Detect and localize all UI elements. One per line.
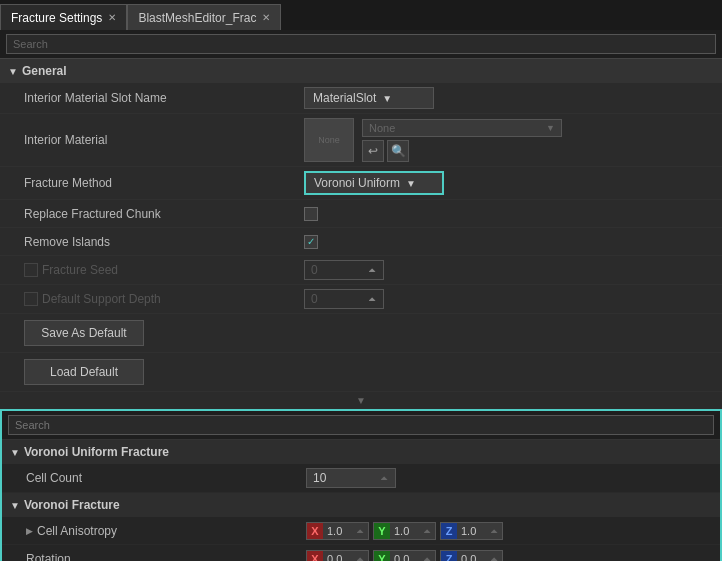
rotation-label: Rotation	[26, 552, 306, 562]
fracture-seed-row: Fracture Seed 0 ⏶	[0, 256, 722, 285]
interior-material-label: Interior Material	[24, 133, 304, 147]
tab-bar: Fracture Settings ✕ BlastMeshEditor_Frac…	[0, 0, 722, 30]
fracture-method-value: Voronoi Uniform ▼	[304, 171, 714, 195]
scroll-down-icon: ▼	[356, 395, 366, 406]
cell-anisotropy-x-arrow: ⏶	[353, 524, 368, 538]
cell-anisotropy-label: ▶ Cell Anisotropy	[26, 524, 306, 538]
voronoi-uniform-collapse-icon[interactable]: ▼	[10, 447, 20, 458]
remove-islands-label: Remove Islands	[24, 235, 304, 249]
material-none-dropdown[interactable]: None ▼	[362, 119, 562, 137]
rotation-y-field[interactable]: Y 0.0 ⏶	[373, 550, 436, 562]
fracture-seed-arrow: ⏶	[368, 265, 377, 275]
voronoi-uniform-section-label: Voronoi Uniform Fracture	[24, 445, 169, 459]
bottom-search-input[interactable]	[8, 415, 714, 435]
tab-blast-mesh-editor[interactable]: BlastMeshEditor_Frac ✕	[127, 4, 281, 30]
tab-blast-mesh-editor-label: BlastMeshEditor_Frac	[138, 11, 256, 25]
fracture-seed-value: 0 ⏶	[304, 260, 714, 280]
cell-count-arrow: ⏶	[380, 473, 389, 483]
search-input[interactable]	[6, 34, 716, 54]
cell-count-input[interactable]: 10 ⏶	[306, 468, 396, 488]
rotation-x-field[interactable]: X 0.0 ⏶	[306, 550, 369, 562]
cell-anisotropy-y-arrow: ⏶	[420, 524, 435, 538]
cell-anisotropy-x-value: 1.0	[323, 523, 353, 539]
default-support-depth-arrow: ⏶	[368, 294, 377, 304]
replace-fractured-chunk-checkbox[interactable]	[304, 207, 318, 221]
cell-anisotropy-y-value: 1.0	[390, 523, 420, 539]
default-support-depth-checkbox-label: Default Support Depth	[24, 292, 304, 306]
voronoi-fracture-section-label: Voronoi Fracture	[24, 498, 120, 512]
general-section-label: General	[22, 64, 67, 78]
cell-anisotropy-x-prefix: X	[307, 523, 323, 539]
load-default-button[interactable]: Load Default	[24, 359, 144, 385]
save-as-default-button[interactable]: Save As Default	[24, 320, 144, 346]
rotation-z-prefix: Z	[441, 551, 457, 562]
cell-anisotropy-xyz-fields: X 1.0 ⏶ Y 1.0 ⏶ Z 1.0 ⏶	[306, 522, 503, 540]
voronoi-uniform-section-header: ▼ Voronoi Uniform Fracture	[2, 440, 720, 464]
rotation-x-prefix: X	[307, 551, 323, 562]
save-as-default-row: Save As Default	[0, 314, 722, 353]
default-support-depth-input[interactable]: 0 ⏶	[304, 289, 384, 309]
tab-fracture-settings[interactable]: Fracture Settings ✕	[0, 4, 127, 30]
load-default-row: Load Default	[0, 353, 722, 392]
voronoi-fracture-collapse-icon[interactable]: ▼	[10, 500, 20, 511]
fracture-seed-row-label: Fracture Seed	[24, 263, 304, 277]
fracture-method-label: Fracture Method	[24, 176, 304, 190]
cell-anisotropy-z-field[interactable]: Z 1.0 ⏶	[440, 522, 503, 540]
remove-islands-checkbox[interactable]	[304, 235, 318, 249]
top-search-bar	[0, 30, 722, 59]
cell-anisotropy-z-arrow: ⏶	[487, 524, 502, 538]
rotation-x-value: 0.0	[323, 551, 353, 562]
bottom-panel: ▼ Voronoi Uniform Fracture Cell Count 10…	[0, 409, 722, 561]
general-collapse-icon[interactable]: ▼	[8, 66, 18, 77]
fracture-seed-enable-checkbox[interactable]	[24, 263, 38, 277]
default-support-depth-row: Default Support Depth 0 ⏶	[0, 285, 722, 314]
fracture-seed-input[interactable]: 0 ⏶	[304, 260, 384, 280]
voronoi-fracture-section-header: ▼ Voronoi Fracture	[2, 493, 720, 517]
fracture-method-dropdown-arrow: ▼	[406, 178, 416, 189]
fracture-seed-checkbox-label: Fracture Seed	[24, 263, 304, 277]
tab-blast-mesh-editor-close[interactable]: ✕	[262, 12, 270, 23]
cell-anisotropy-expand-icon[interactable]: ▶	[26, 526, 33, 536]
bottom-search-bar	[2, 411, 720, 440]
interior-material-row: Interior Material None None ▼ ↩ 🔍	[0, 114, 722, 167]
default-support-depth-row-label: Default Support Depth	[24, 292, 304, 306]
rotation-y-prefix: Y	[374, 551, 390, 562]
none-dropdown-arrow: ▼	[546, 123, 555, 133]
interior-material-slot-row: Interior Material Slot Name MaterialSlot…	[0, 83, 722, 114]
cell-anisotropy-z-prefix: Z	[441, 523, 457, 539]
rotation-y-value: 0.0	[390, 551, 420, 562]
rotation-row: Rotation X 0.0 ⏶ Y 0.0 ⏶ Z 0.0 ⏶	[2, 545, 720, 561]
fracture-method-row: Fracture Method Voronoi Uniform ▼	[0, 167, 722, 200]
tab-fracture-settings-label: Fracture Settings	[11, 11, 102, 25]
cell-count-row: Cell Count 10 ⏶	[2, 464, 720, 493]
replace-fractured-chunk-label: Replace Fractured Chunk	[24, 207, 304, 221]
interior-material-slot-label: Interior Material Slot Name	[24, 91, 304, 105]
rotation-z-value: 0.0	[457, 551, 487, 562]
material-slot-dropdown[interactable]: MaterialSlot ▼	[304, 87, 434, 109]
rotation-x-arrow: ⏶	[353, 552, 368, 562]
material-reset-button[interactable]: ↩	[362, 140, 384, 162]
default-support-depth-enable-checkbox[interactable]	[24, 292, 38, 306]
interior-material-slot-value: MaterialSlot ▼	[304, 87, 714, 109]
material-preview-thumbnail: None	[304, 118, 354, 162]
scroll-indicator: ▼	[0, 392, 722, 409]
fracture-method-dropdown[interactable]: Voronoi Uniform ▼	[304, 171, 444, 195]
general-section-header: ▼ General	[0, 59, 722, 83]
cell-anisotropy-x-field[interactable]: X 1.0 ⏶	[306, 522, 369, 540]
default-support-depth-value: 0 ⏶	[304, 289, 714, 309]
cell-count-label: Cell Count	[26, 471, 306, 485]
rotation-y-arrow: ⏶	[420, 552, 435, 562]
material-slot-dropdown-arrow: ▼	[382, 93, 392, 104]
replace-fractured-chunk-row: Replace Fractured Chunk	[0, 200, 722, 228]
cell-anisotropy-z-value: 1.0	[457, 523, 487, 539]
rotation-z-arrow: ⏶	[487, 552, 502, 562]
cell-anisotropy-y-prefix: Y	[374, 523, 390, 539]
cell-anisotropy-y-field[interactable]: Y 1.0 ⏶	[373, 522, 436, 540]
remove-islands-value	[304, 235, 714, 249]
remove-islands-row: Remove Islands	[0, 228, 722, 256]
replace-fractured-chunk-value	[304, 207, 714, 221]
tab-fracture-settings-close[interactable]: ✕	[108, 12, 116, 23]
rotation-xyz-fields: X 0.0 ⏶ Y 0.0 ⏶ Z 0.0 ⏶	[306, 550, 503, 562]
material-search-button[interactable]: 🔍	[387, 140, 409, 162]
rotation-z-field[interactable]: Z 0.0 ⏶	[440, 550, 503, 562]
